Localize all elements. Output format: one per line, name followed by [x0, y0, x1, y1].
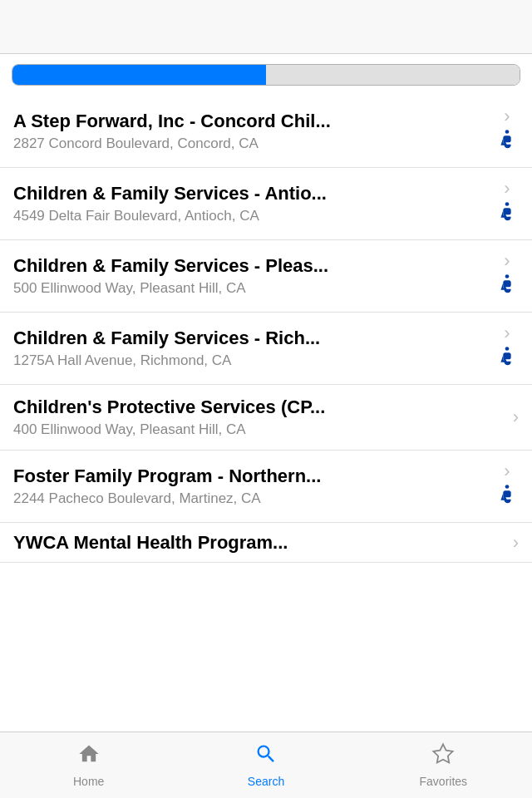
list-item[interactable]: Children's Protective Services (CP... 40… [0, 385, 532, 451]
list-item-content: Children & Family Services - Antio... 45… [13, 183, 487, 224]
tab-bar: Home Search Favorites [0, 732, 532, 798]
chevron-right-icon: › [504, 462, 510, 480]
svg-point-0 [505, 130, 510, 134]
svg-point-4 [505, 485, 510, 489]
item-title: A Step Forward, Inc - Concord Chil... [13, 111, 487, 132]
tab-search[interactable]: Search [177, 742, 354, 788]
wheelchair-icon [495, 273, 519, 300]
wheelchair-icon [495, 346, 519, 372]
distance-segment[interactable] [266, 65, 520, 85]
item-address: 1275A Hall Avenue, Richmond, CA [13, 352, 487, 369]
list-item-content: Children's Protective Services (CP... 40… [13, 397, 505, 438]
item-right: › [495, 324, 519, 372]
item-address: 400 Ellinwood Way, Pleasant Hill, CA [13, 421, 505, 438]
wheelchair-icon [495, 201, 519, 228]
chevron-right-icon: › [504, 252, 510, 270]
list-item[interactable]: Children & Family Services - Rich... 127… [0, 313, 532, 385]
list-item[interactable]: Children & Family Services - Antio... 45… [0, 168, 532, 240]
svg-marker-5 [434, 744, 453, 762]
item-right: › [495, 180, 519, 228]
item-address: 2244 Pacheco Boulevard, Martinez, CA [13, 490, 487, 507]
item-address: 4549 Delta Fair Boulevard, Antioch, CA [13, 208, 487, 224]
item-title: Children & Family Services - Rich... [13, 328, 487, 349]
search-tab-icon [254, 742, 278, 771]
tab-label: Favorites [420, 775, 468, 788]
sort-segmented-control [12, 64, 520, 86]
item-right: › [495, 252, 519, 300]
chevron-right-icon: › [504, 324, 510, 342]
list-item-content: A Step Forward, Inc - Concord Chil... 28… [13, 111, 487, 152]
list-item-content: YWCA Mental Health Program... [13, 532, 505, 554]
tab-favorites[interactable]: Favorites [355, 742, 532, 788]
chevron-right-icon: › [504, 180, 510, 198]
home-tab-icon [77, 742, 101, 771]
item-right: › [495, 107, 519, 155]
item-right: › [495, 462, 519, 510]
tab-label: Search [248, 775, 284, 788]
wheelchair-icon [495, 129, 519, 155]
list-item[interactable]: Children & Family Services - Pleas... 50… [0, 240, 532, 313]
wheelchair-icon [495, 484, 519, 510]
nav-bar [0, 0, 532, 54]
item-right: › [513, 534, 519, 552]
item-title: Children & Family Services - Pleas... [13, 255, 487, 277]
results-list: A Step Forward, Inc - Concord Chil... 28… [0, 96, 532, 732]
item-title: YWCA Mental Health Program... [13, 532, 505, 554]
item-title: Foster Family Program - Northern... [13, 466, 487, 487]
item-address: 2827 Concord Boulevard, Concord, CA [13, 135, 487, 152]
item-title: Children & Family Services - Antio... [13, 183, 487, 204]
star-tab-icon [431, 742, 455, 771]
item-right: › [513, 408, 519, 426]
item-title: Children's Protective Services (CP... [13, 397, 505, 418]
list-item[interactable]: Foster Family Program - Northern... 2244… [0, 451, 532, 523]
relevancy-segment[interactable] [12, 65, 266, 85]
svg-point-1 [505, 202, 510, 206]
item-address: 500 Ellinwood Way, Pleasant Hill, CA [13, 280, 487, 297]
svg-point-3 [505, 347, 510, 351]
list-item-content: Children & Family Services - Pleas... 50… [13, 255, 487, 297]
chevron-right-icon: › [504, 107, 510, 126]
chevron-right-icon: › [513, 408, 519, 426]
list-item[interactable]: A Step Forward, Inc - Concord Chil... 28… [0, 96, 532, 168]
chevron-right-icon: › [513, 534, 519, 552]
tab-home[interactable]: Home [0, 742, 177, 788]
list-item[interactable]: YWCA Mental Health Program... › [0, 523, 532, 563]
svg-point-2 [505, 274, 510, 278]
list-item-content: Children & Family Services - Rich... 127… [13, 328, 487, 369]
list-item-content: Foster Family Program - Northern... 2244… [13, 466, 487, 507]
tab-label: Home [73, 775, 104, 788]
